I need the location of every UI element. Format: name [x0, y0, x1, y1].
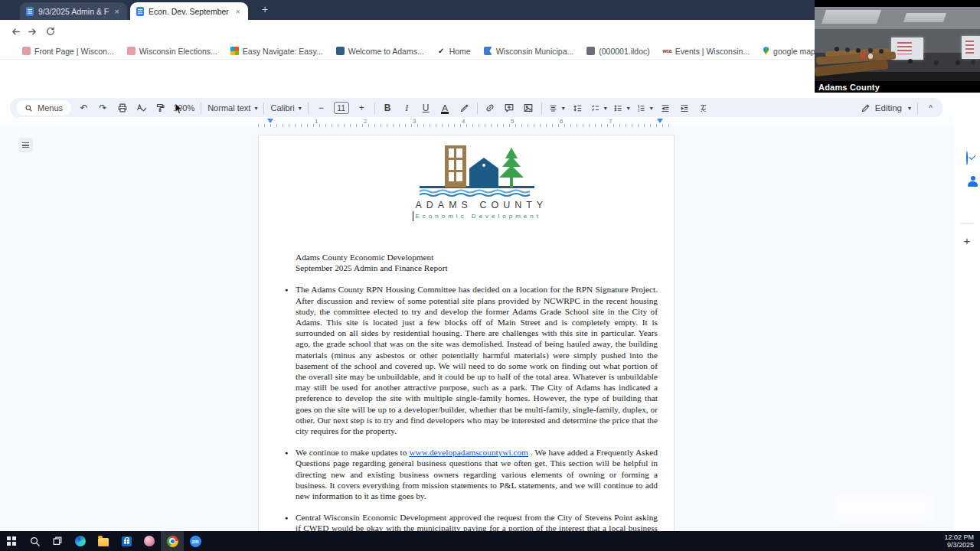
- font-value: Calibri: [270, 103, 294, 112]
- edge-button[interactable]: [69, 531, 92, 551]
- italic-button[interactable]: I: [400, 101, 413, 115]
- taskbar-search-button[interactable]: [23, 531, 46, 551]
- zoom-app-button[interactable]: zm: [184, 531, 207, 551]
- close-tab-icon[interactable]: ×: [234, 7, 242, 16]
- site-icon: [336, 47, 345, 55]
- taskbar-clock[interactable]: 12:02 PM 9/3/2025: [944, 533, 980, 549]
- ruler-number: 5: [511, 118, 514, 125]
- reload-icon[interactable]: [43, 24, 58, 39]
- bookmark-label: Easy Navigate: Easy...: [243, 47, 323, 56]
- bookmark-easy-navigate[interactable]: Easy Navigate: Easy...: [230, 47, 323, 56]
- decrease-font-size-button[interactable]: −: [315, 101, 328, 115]
- bookmark-label: Home: [449, 47, 471, 56]
- chevron-down-icon: ▾: [650, 105, 653, 112]
- numbered-list-select[interactable]: ▾: [636, 103, 653, 113]
- document-page[interactable]: ADAMS COUNTY Economic Development Adams …: [258, 135, 675, 531]
- file-explorer-button[interactable]: [92, 531, 115, 551]
- clear-formatting-icon[interactable]: [697, 101, 710, 115]
- develop-adams-county-link[interactable]: www.developadamscountywi.com: [409, 448, 528, 457]
- bookmark-front-page[interactable]: Front Page | Wiscon...: [22, 47, 114, 56]
- side-panel-divider: [960, 223, 974, 224]
- bullet-icon: ●: [285, 285, 288, 295]
- hide-menus-icon[interactable]: ^: [924, 101, 937, 115]
- bulleted-list-select[interactable]: ▾: [613, 103, 630, 113]
- add-comment-icon[interactable]: [503, 101, 516, 115]
- checklist-select[interactable]: ▾: [590, 103, 607, 113]
- microsoft-store-button[interactable]: [115, 531, 138, 551]
- underline-button[interactable]: U: [420, 101, 433, 115]
- font-size-input[interactable]: 11: [334, 102, 349, 114]
- bookmark-welcome-adams[interactable]: Welcome to Adams...: [336, 47, 424, 56]
- undo-icon[interactable]: ↶: [77, 101, 90, 115]
- tasks-icon[interactable]: [966, 152, 968, 165]
- chrome-icon: [167, 536, 178, 547]
- bookmark-home[interactable]: ✓Home: [437, 47, 471, 56]
- print-icon[interactable]: [116, 101, 129, 115]
- text-cursor: [413, 211, 413, 221]
- chevron-down-icon: ▾: [562, 105, 565, 112]
- projection-screen: [891, 37, 923, 60]
- logo-house: [469, 168, 498, 187]
- windows-grid-icon: [230, 47, 239, 55]
- wca-icon: wca: [663, 47, 671, 55]
- insert-link-icon[interactable]: [484, 101, 497, 115]
- text-color-button[interactable]: A: [442, 104, 448, 112]
- bullet-icon: ●: [285, 513, 288, 523]
- increase-indent-icon[interactable]: [678, 101, 691, 115]
- document-body[interactable]: Adams County Economic Development Septem…: [296, 252, 658, 531]
- editing-mode-select[interactable]: Editing ▾: [861, 103, 911, 113]
- bookmark-ildoc[interactable]: (000001.ildoc): [586, 47, 650, 56]
- site-icon: [586, 47, 595, 55]
- meeting-video-window[interactable]: Adams County: [815, 0, 980, 93]
- font-select[interactable]: Calibri ▾: [270, 103, 301, 112]
- clock-time: 12:02 PM: [944, 533, 974, 542]
- back-icon[interactable]: [8, 24, 23, 39]
- faint-overlay-watermark: [833, 493, 933, 522]
- bookmark-wi-elections[interactable]: Wisconsin Elections...: [127, 47, 217, 56]
- bookmark-events-wi[interactable]: wcaEvents | Wisconsin...: [663, 47, 750, 56]
- new-tab-button[interactable]: +: [257, 3, 273, 15]
- increase-font-size-button[interactable]: +: [355, 101, 368, 115]
- logo-subtitle: Economic Development: [416, 213, 538, 220]
- left-indent-marker[interactable]: [267, 119, 273, 123]
- line-spacing-icon[interactable]: [571, 101, 584, 115]
- google-side-panel: +: [954, 96, 980, 531]
- forward-icon[interactable]: [24, 24, 40, 39]
- paint-format-icon[interactable]: [154, 101, 167, 115]
- chevron-down-icon: ▾: [254, 105, 257, 112]
- tab-econ-dev-report[interactable]: Econ. Dev. September 2025 Ad ×: [130, 2, 248, 20]
- logo-tree: [498, 148, 524, 187]
- chrome-button[interactable]: [161, 531, 184, 551]
- insert-image-icon[interactable]: [522, 101, 535, 115]
- checkmark-icon: ✓: [437, 47, 446, 55]
- ruler-number: 6: [560, 118, 563, 125]
- spellcheck-icon[interactable]: [135, 101, 148, 115]
- menus-search-button[interactable]: Menus: [16, 100, 71, 116]
- right-indent-marker[interactable]: [657, 119, 663, 123]
- ruler: 1 2 3 4 5 6 7: [0, 117, 954, 127]
- get-addons-icon[interactable]: +: [964, 234, 971, 247]
- close-tab-icon[interactable]: ×: [113, 7, 121, 16]
- start-button[interactable]: [0, 531, 23, 551]
- ruler-number: 1: [315, 118, 318, 125]
- bookmark-label: Welcome to Adams...: [348, 47, 424, 56]
- bookmark-wi-municipal[interactable]: Wisconsin Municipa...: [484, 47, 574, 56]
- highlight-color-icon[interactable]: [458, 101, 471, 115]
- ceiling-light: [822, 10, 881, 24]
- flag-icon: [484, 47, 492, 55]
- logo-waves: [420, 186, 534, 197]
- bullet-item-3: ● Central Wisconsin Economic Development…: [296, 512, 658, 531]
- chevron-down-icon: ▾: [908, 105, 911, 112]
- ruler-number: 4: [462, 118, 465, 125]
- show-outline-icon[interactable]: [18, 138, 33, 152]
- align-select[interactable]: ▾: [548, 103, 565, 113]
- decrease-indent-icon[interactable]: [659, 101, 672, 115]
- tab-agenda[interactable]: 9/3/2025 Admin & Fi Agenda ×: [20, 2, 127, 20]
- task-view-button[interactable]: [46, 531, 69, 551]
- screen: 9/3/2025 Admin & Fi Agenda × Econ. Dev. …: [0, 0, 980, 551]
- meeting-room-scene: [815, 7, 980, 81]
- paragraph-style-select[interactable]: Normal text ▾: [207, 103, 257, 112]
- bold-button[interactable]: B: [381, 101, 394, 115]
- redo-icon[interactable]: ↷: [96, 101, 109, 115]
- pink-app-button[interactable]: [138, 531, 161, 551]
